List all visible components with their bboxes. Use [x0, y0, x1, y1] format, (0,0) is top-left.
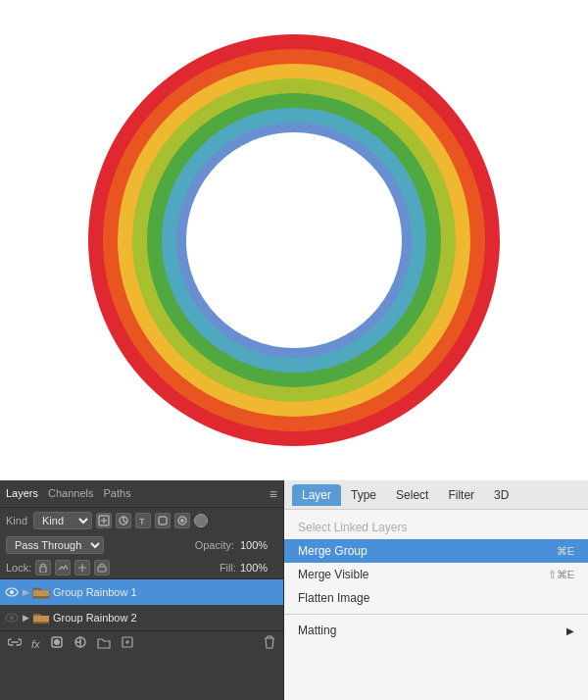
layers-bottom-bar: fx — [0, 630, 283, 656]
layers-tabs-left: Layers Channels Paths — [6, 485, 131, 503]
right-panel: Layer Type Select Filter 3D Select Linke… — [284, 480, 588, 700]
menu-item-merge-visible[interactable]: Merge Visible ⇧⌘E — [284, 563, 588, 586]
tab-channels[interactable]: Channels — [48, 485, 93, 503]
menu-item-merge-group-shortcut: ⌘E — [557, 545, 574, 558]
lock-position-icon[interactable] — [74, 560, 90, 575]
layer-name-rainbow2: Group Rainbow 2 — [53, 612, 279, 624]
svg-point-18 — [180, 519, 184, 523]
layer-folder-rainbow2 — [32, 610, 50, 625]
lock-image-icon[interactable] — [55, 560, 71, 575]
svg-point-12 — [186, 132, 402, 348]
layer-mask-icon[interactable] — [50, 635, 64, 652]
menu-body: Select Linked Layers Merge Group ⌘E Merg… — [284, 510, 588, 700]
svg-rect-19 — [40, 567, 46, 573]
lock-row: Lock: Fill: 100% — [0, 557, 283, 579]
menu-item-merge-group-label: Merge Group — [298, 544, 368, 558]
lock-label: Lock: — [6, 562, 31, 574]
layer-expand-rainbow2[interactable]: ▶ — [23, 613, 29, 623]
shape-filter-icon[interactable] — [155, 513, 171, 528]
layer-eye-rainbow1[interactable] — [4, 584, 20, 600]
layers-panel: Layers Channels Paths ≡ Kind Kind T — [0, 480, 284, 700]
menu-item-merge-visible-label: Merge Visible — [298, 568, 368, 581]
tab-layers[interactable]: Layers — [6, 485, 38, 503]
link-layers-icon[interactable] — [8, 635, 22, 652]
kind-row: Kind Kind T — [0, 508, 283, 533]
layer-style-icon[interactable]: fx — [31, 638, 40, 650]
opacity-label: Opacity: — [195, 539, 234, 551]
fill-value: 100% — [240, 562, 277, 574]
new-group-icon[interactable] — [97, 635, 111, 652]
kind-round-icon — [194, 514, 208, 527]
passthrough-row: Pass Through Opacity: 100% — [0, 533, 283, 557]
blendmode-select[interactable]: Pass Through — [6, 536, 104, 554]
canvas-area — [0, 0, 588, 480]
menu-item-flatten[interactable]: Flatten Image — [284, 586, 588, 610]
layers-tabs: Layers Channels Paths ≡ — [0, 480, 283, 508]
tab-paths[interactable]: Paths — [104, 485, 131, 503]
menu-tab-layer[interactable]: Layer — [292, 484, 341, 506]
layer-name-rainbow1: Group Rainbow 1 — [53, 586, 279, 598]
menu-item-merge-group[interactable]: Merge Group ⌘E — [284, 539, 588, 563]
smart-filter-icon[interactable] — [174, 513, 190, 528]
layer-item-rainbow1[interactable]: ▶ Group Rainbow 1 — [0, 579, 283, 605]
lock-transparency-icon[interactable] — [35, 560, 51, 575]
new-layer-icon[interactable] — [121, 635, 134, 652]
kind-label: Kind — [6, 515, 27, 526]
layer-item-rainbow2[interactable]: ▶ Group Rainbow 2 — [0, 605, 283, 630]
adjustment-filter-icon[interactable] — [116, 513, 131, 528]
layer-expand-rainbow1[interactable]: ▶ — [23, 587, 29, 597]
layer-folder-rainbow1 — [32, 584, 50, 600]
menu-tab-filter[interactable]: Filter — [438, 484, 484, 506]
rainbow-svg — [78, 25, 510, 456]
menu-item-matting-label: Matting — [298, 624, 336, 637]
bottom-panels: Layers Channels Paths ≡ Kind Kind T — [0, 480, 588, 700]
menu-item-select-linked-label: Select Linked Layers — [298, 521, 407, 534]
adjustment-layer-icon[interactable] — [74, 635, 87, 652]
svg-point-24 — [10, 616, 14, 620]
svg-point-26 — [54, 639, 60, 645]
menu-item-flatten-label: Flatten Image — [298, 591, 369, 605]
opacity-value: 100% — [240, 539, 277, 551]
fill-label: Fill: — [220, 562, 236, 574]
menu-item-merge-visible-shortcut: ⇧⌘E — [548, 569, 574, 581]
layers-menu-icon[interactable]: ≡ — [270, 486, 277, 502]
menu-item-select-linked[interactable]: Select Linked Layers — [284, 516, 588, 539]
menu-header: Layer Type Select Filter 3D — [284, 480, 588, 510]
kind-select[interactable]: Kind — [33, 512, 92, 529]
svg-rect-16 — [159, 517, 167, 525]
menu-tab-select[interactable]: Select — [386, 484, 438, 506]
menu-separator — [284, 614, 588, 615]
menu-tab-3d[interactable]: 3D — [484, 484, 518, 506]
svg-rect-20 — [98, 567, 106, 572]
lock-all-icon[interactable] — [94, 560, 110, 575]
svg-text:T: T — [139, 517, 145, 526]
type-filter-icon[interactable]: T — [135, 513, 151, 528]
menu-tab-type[interactable]: Type — [341, 484, 386, 506]
layer-eye-rainbow2[interactable] — [4, 610, 20, 625]
menu-item-matting-arrow: ▶ — [566, 625, 574, 636]
svg-point-22 — [10, 590, 14, 594]
delete-layer-icon[interactable] — [264, 635, 275, 652]
layers-content: ▶ Group Rainbow 1 ▶ Group Rainbow 2 — [0, 579, 283, 630]
pixel-filter-icon[interactable] — [96, 513, 112, 528]
menu-item-matting[interactable]: Matting ▶ — [284, 619, 588, 642]
